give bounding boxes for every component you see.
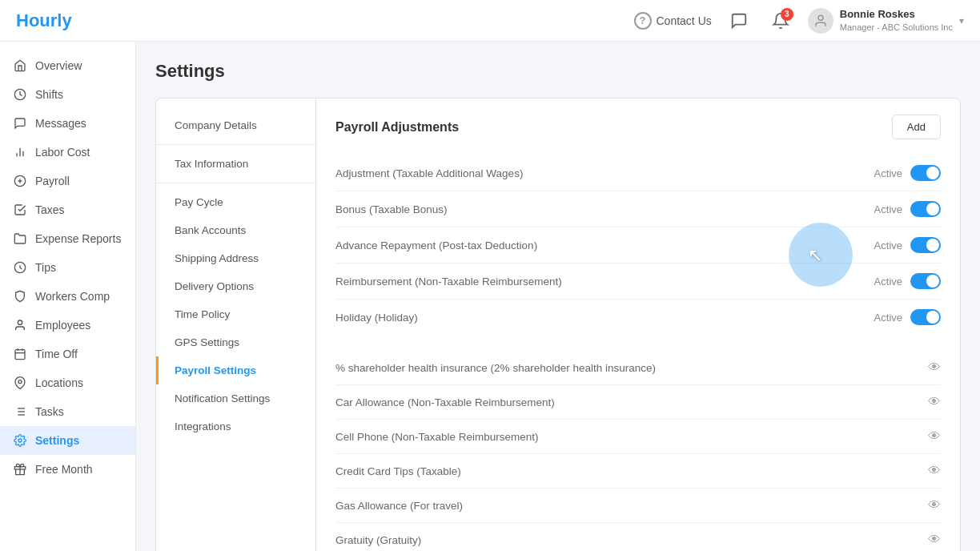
sidebar-item-tips[interactable]: Tips: [0, 253, 135, 282]
sidebar-item-tasks[interactable]: Tasks: [0, 397, 135, 426]
sidebar-item-locations[interactable]: Locations: [0, 368, 135, 397]
settings-nav-shipping-address[interactable]: Shipping Address: [156, 244, 315, 272]
settings-nav-gps-settings[interactable]: GPS Settings: [156, 328, 315, 356]
active-label: Active: [874, 239, 902, 251]
toggle-switch[interactable]: [910, 201, 941, 217]
settings-nav-company-details[interactable]: Company Details: [156, 111, 315, 139]
sidebar-item-expense-reports[interactable]: Expense Reports: [0, 224, 135, 253]
pin-icon: [13, 376, 27, 390]
adjustment-name: Holiday (Holiday): [335, 312, 418, 324]
settings-content: ↖ Payroll Adjustments Add Adjustment (Ta…: [316, 99, 960, 551]
adjustment-row: Reimbursement (Non-Taxable Reimbursement…: [335, 263, 941, 300]
sidebar-item-workers-comp[interactable]: Workers Comp: [0, 282, 135, 311]
settings-nav-payroll-settings[interactable]: Payroll Settings: [156, 356, 315, 384]
sidebar-label: Time Off: [35, 348, 78, 360]
eye-icon[interactable]: 👁: [928, 395, 941, 409]
settings-nav-tax-information[interactable]: Tax Information: [156, 150, 315, 178]
clock-icon: [13, 87, 27, 102]
sidebar-item-settings[interactable]: Settings: [0, 426, 135, 455]
adjustment-controls: Active: [874, 237, 941, 253]
contact-us-label: Contact Us: [657, 14, 712, 27]
adjustment-name: Adjustment (Taxable Additional Wages): [335, 167, 523, 179]
divider: [156, 144, 315, 145]
bar-chart-icon: [13, 145, 27, 159]
page-title: Settings: [155, 61, 961, 82]
adjustment-name: Gas Allowance (For travel): [335, 500, 463, 512]
sidebar-label: Overview: [35, 59, 82, 72]
sidebar-label: Payroll: [35, 175, 70, 187]
adjustment-row: Car Allowance (Non-Taxable Reimbursement…: [335, 385, 941, 420]
sidebar-item-shifts[interactable]: Shifts: [0, 80, 135, 109]
chat-button[interactable]: [725, 6, 753, 35]
sidebar-item-payroll[interactable]: Payroll: [0, 167, 135, 195]
adjustment-name: Reimbursement (Non-Taxable Reimbursement…: [335, 276, 562, 288]
toggle-switch[interactable]: [910, 309, 941, 325]
sidebar-label: Workers Comp: [35, 290, 110, 303]
sidebar-item-free-month[interactable]: Free Month: [0, 455, 135, 484]
svg-point-21: [18, 439, 22, 442]
settings-nav-pay-cycle[interactable]: Pay Cycle: [156, 188, 315, 216]
adjustment-controls: 👁: [928, 429, 941, 444]
sidebar-item-messages[interactable]: Messages: [0, 109, 135, 138]
divider: [156, 183, 315, 183]
sidebar-label: Tips: [35, 261, 56, 274]
sidebar-item-employees[interactable]: Employees: [0, 311, 135, 340]
adjustment-name: Cell Phone (Non-Taxable Reimbursement): [335, 431, 539, 443]
adjustment-row: Advance Repayment (Post-tax Deduction) A…: [335, 227, 941, 263]
settings-nav-time-policy[interactable]: Time Policy: [156, 300, 315, 328]
adjustment-controls: Active: [874, 165, 941, 181]
inactive-adjustments-list: % shareholder health insurance (2% share…: [335, 351, 941, 551]
toggle-switch[interactable]: [910, 273, 941, 289]
sidebar-item-time-off[interactable]: Time Off: [0, 340, 135, 368]
adjustment-controls: Active: [874, 309, 941, 325]
topnav-right: ? Contact Us 3 Bonnie Roskes: [634, 6, 965, 35]
sidebar: Overview Shifts Messages Labor Cost Payr…: [0, 42, 136, 551]
eye-icon[interactable]: 👁: [928, 429, 941, 444]
home-icon: [13, 58, 27, 73]
section-title: Payroll Adjustments: [335, 120, 459, 135]
user-role: Manager - ABC Solutions Inc: [840, 22, 953, 33]
app-logo: Hourly: [16, 10, 72, 31]
eye-icon[interactable]: 👁: [928, 464, 941, 478]
adjustment-name: Credit Card Tips (Taxable): [335, 465, 461, 477]
sidebar-item-taxes[interactable]: Taxes: [0, 195, 135, 224]
adjustment-controls: 👁: [928, 360, 941, 375]
add-button[interactable]: Add: [892, 115, 941, 139]
eye-icon[interactable]: 👁: [928, 533, 941, 547]
list-icon: [13, 404, 27, 419]
contact-us-button[interactable]: ? Contact Us: [634, 12, 712, 30]
coin-icon: [13, 260, 27, 275]
user-details: Bonnie Roskes Manager - ABC Solutions In…: [840, 8, 953, 33]
shield-icon: [13, 289, 27, 304]
svg-point-0: [818, 15, 823, 20]
notification-badge: 3: [781, 8, 793, 21]
top-navigation: Hourly ? Contact Us 3: [0, 0, 980, 42]
settings-nav-notification-settings[interactable]: Notification Settings: [156, 384, 315, 412]
user-name: Bonnie Roskes: [840, 8, 953, 22]
settings-nav-delivery-options[interactable]: Delivery Options: [156, 272, 315, 300]
adjustment-row: Bonus (Taxable Bonus) Active: [335, 191, 941, 227]
user-menu[interactable]: Bonnie Roskes Manager - ABC Solutions In…: [808, 8, 964, 34]
adjustment-name: Bonus (Taxable Bonus): [335, 203, 448, 215]
adjustment-controls: Active: [874, 273, 941, 289]
settings-nav-integrations[interactable]: Integrations: [156, 412, 315, 440]
eye-icon[interactable]: 👁: [928, 360, 941, 375]
adjustment-name: Advance Repayment (Post-tax Deduction): [335, 239, 537, 251]
sidebar-item-labor-cost[interactable]: Labor Cost: [0, 138, 135, 167]
active-adjustments-list: Adjustment (Taxable Additional Wages) Ac…: [335, 155, 941, 335]
toggle-switch[interactable]: [910, 165, 941, 181]
settings-sidebar: Company Details Tax Information Pay Cycl…: [156, 99, 316, 551]
adjustment-row: Adjustment (Taxable Additional Wages) Ac…: [335, 155, 941, 191]
sidebar-label: Taxes: [35, 203, 65, 216]
active-label: Active: [874, 167, 902, 179]
adjustment-controls: 👁: [928, 464, 941, 478]
toggle-switch[interactable]: [910, 237, 941, 253]
adjustment-row: % shareholder health insurance (2% share…: [335, 351, 941, 385]
section-header: Payroll Adjustments Add: [335, 115, 941, 143]
sidebar-item-overview[interactable]: Overview: [0, 51, 135, 80]
settings-nav-bank-accounts[interactable]: Bank Accounts: [156, 216, 315, 244]
adjustment-row: Gratuity (Gratuity) 👁: [335, 523, 941, 551]
eye-icon[interactable]: 👁: [928, 498, 941, 513]
notifications-button[interactable]: 3: [766, 6, 795, 35]
sidebar-label: Labor Cost: [35, 146, 90, 159]
